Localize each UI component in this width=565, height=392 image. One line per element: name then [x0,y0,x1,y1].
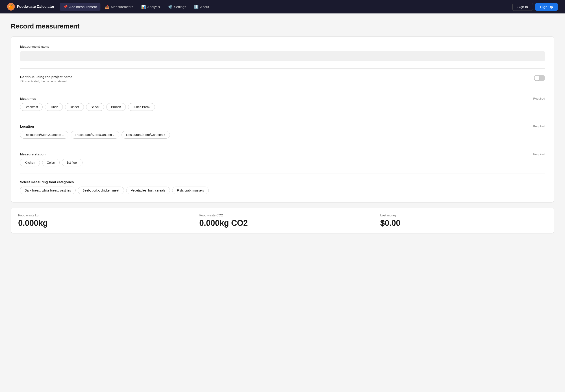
food-categories-chips: Dark bread, white bread, pastries Beef-,… [20,187,545,194]
measurement-name-group: Measurment name [20,45,545,61]
nav-items: 📌 Add measurement 📥 Measurements 📊 Analy… [60,3,510,11]
stat-food-waste-kg: Food waste kg 0.000kg [11,208,192,233]
chip-lunch[interactable]: Lunch [45,103,63,111]
chip-canteen3[interactable]: Restaurant/Store/Canteen 3 [122,131,170,139]
chip-meat[interactable]: Beef-, pork-, chicken meat [78,187,124,194]
measurements-icon: 📥 [105,5,110,9]
toggle-row: Continue using the project name if it is… [20,75,545,83]
nav-item-label: Analysis [147,5,160,9]
chip-cellar[interactable]: Cellar [42,159,60,166]
stat-food-waste-kg-value: 0.000kg [18,218,185,228]
continue-project-title: Continue using the project name [20,75,72,79]
divider-1 [20,68,545,69]
chip-vegetables[interactable]: Vegetables, fruit, cereals [126,187,170,194]
mealtimes-required: Required [533,97,545,100]
signup-button[interactable]: Sign Up [535,3,558,11]
chip-breakfast[interactable]: Breakfast [20,103,42,111]
chip-fish[interactable]: Fish, crab, mussels [172,187,209,194]
nav-item-label: About [200,5,209,9]
stat-food-waste-co2: Food waste CO2 0.000kg CO2 [192,208,373,233]
main-content: Record measurement Measurment name Conti… [0,14,565,241]
mealtimes-group: Mealtimes Required Breakfast Lunch Dinne… [20,97,545,111]
chip-dinner[interactable]: Dinner [65,103,84,111]
location-required: Required [533,125,545,128]
mealtimes-label: Mealtimes Required [20,97,545,100]
measure-station-required: Required [533,153,545,156]
chip-bread[interactable]: Dark bread, white bread, pastries [20,187,76,194]
stats-row: Food waste kg 0.000kg Food waste CO2 0.0… [11,208,554,233]
measure-station-label: Measure station Required [20,152,545,156]
continue-project-subtitle: if it is activated, the name is retained [20,80,72,83]
chip-kitchen[interactable]: Kitchen [20,159,40,166]
add-measurement-icon: 📌 [63,5,68,9]
mealtimes-chips: Breakfast Lunch Dinner Snack Brunch Lunc… [20,103,545,111]
chip-1st-floor[interactable]: 1st floor [62,159,83,166]
food-categories-group: Select measuring food categories Dark br… [20,180,545,194]
signin-button[interactable]: Sign In [512,3,533,11]
stat-lost-money-label: Lost money [380,213,547,217]
chip-canteen2[interactable]: Restaurant/Store/Canteen 2 [71,131,119,139]
brand: 🍊 Foodwaste Calculator [7,3,54,11]
stat-food-waste-co2-value: 0.000kg CO2 [199,218,366,228]
analysis-icon: 📊 [141,5,146,9]
brand-name: Foodwaste Calculator [17,5,54,9]
nav-item-label: Settings [174,5,186,9]
settings-icon: ⚙️ [168,5,172,9]
divider-3 [20,118,545,118]
location-label: Location Required [20,125,545,128]
nav-item-settings[interactable]: ⚙️ Settings [164,3,190,11]
location-chips: Restaurant/Store/Canteen 1 Restaurant/St… [20,131,545,139]
chip-lunch-break[interactable]: Lunch Break [128,103,155,111]
about-icon: ℹ️ [194,5,199,9]
brand-icon: 🍊 [7,3,15,11]
continue-project-toggle[interactable] [534,75,545,81]
toggle-text: Continue using the project name if it is… [20,75,72,83]
nav-auth: Sign In Sign Up [512,3,558,11]
nav-item-label: Measurements [111,5,133,9]
divider-2 [20,90,545,90]
continue-project-group: Continue using the project name if it is… [20,75,545,83]
stat-lost-money: Lost money $0.00 [373,208,554,233]
form-card: Measurment name Continue using the proje… [11,36,554,202]
nav-item-measurements[interactable]: 📥 Measurements [101,3,137,11]
location-group: Location Required Restaurant/Store/Cante… [20,125,545,139]
measurement-name-label: Measurment name [20,45,545,48]
measure-station-chips: Kitchen Cellar 1st floor [20,159,545,166]
nav-item-add-measurement[interactable]: 📌 Add measurement [60,3,100,11]
divider-5 [20,174,545,174]
food-categories-label: Select measuring food categories [20,180,545,184]
measure-station-group: Measure station Required Kitchen Cellar … [20,152,545,166]
page-title: Record measurement [11,22,554,30]
toggle-slider [534,75,545,81]
divider-4 [20,146,545,146]
stat-food-waste-kg-label: Food waste kg [18,213,185,217]
chip-brunch[interactable]: Brunch [106,103,125,111]
navbar: 🍊 Foodwaste Calculator 📌 Add measurement… [0,0,565,14]
nav-item-label: Add measurement [69,5,97,9]
stat-food-waste-co2-label: Food waste CO2 [199,213,366,217]
chip-snack[interactable]: Snack [86,103,104,111]
chip-canteen1[interactable]: Restaurant/Store/Canteen 1 [20,131,68,139]
measurement-name-input[interactable] [20,51,545,61]
nav-item-analysis[interactable]: 📊 Analysis [138,3,164,11]
nav-item-about[interactable]: ℹ️ About [191,3,213,11]
stat-lost-money-value: $0.00 [380,218,547,228]
